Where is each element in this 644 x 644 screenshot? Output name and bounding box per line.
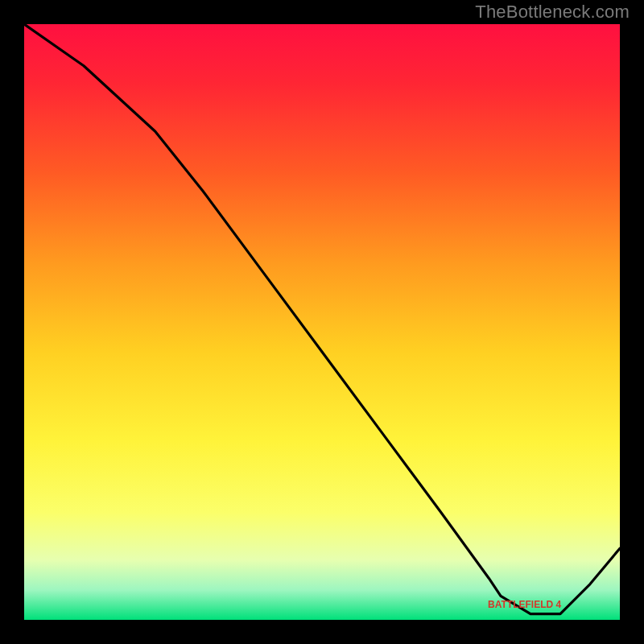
chart-svg: BATTLEFIELD 4 (24, 24, 620, 620)
plot-area: BATTLEFIELD 4 (24, 24, 620, 620)
annotation-label: BATTLEFIELD 4 (488, 599, 561, 610)
chart-root: TheBottleneck.com BATTLEFIELD 4 (0, 0, 644, 644)
gradient-background (24, 24, 620, 620)
attribution-label: TheBottleneck.com (475, 2, 630, 23)
